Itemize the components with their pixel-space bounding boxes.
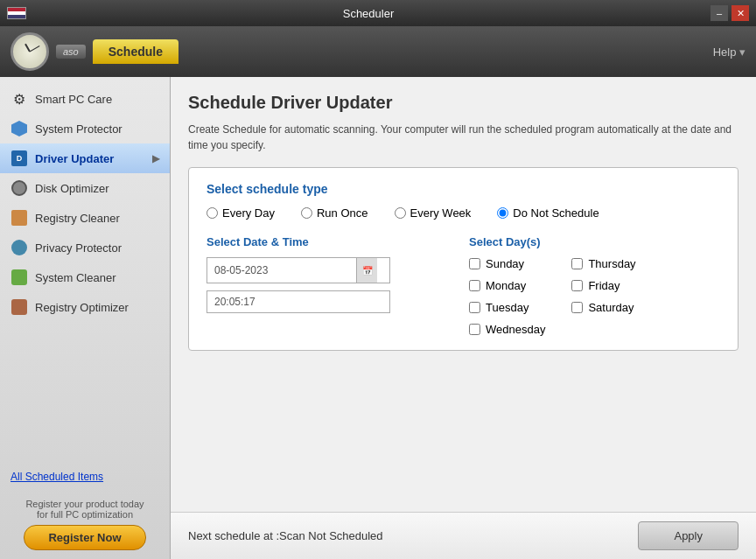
sidebar-label-system-cleaner: System Cleaner bbox=[35, 271, 116, 284]
sidebar: ⚙ Smart PC Care System Protector D Drive… bbox=[0, 77, 171, 559]
schedule-tab[interactable]: Schedule bbox=[93, 39, 178, 64]
radio-every-week-input[interactable] bbox=[395, 207, 406, 219]
checkbox-col-left: Sunday Monday Tuesday bbox=[469, 257, 545, 336]
sidebar-label-system-protector: System Protector bbox=[35, 122, 122, 136]
time-input[interactable] bbox=[206, 290, 390, 313]
checkbox-tuesday-label: Tuesday bbox=[486, 301, 528, 314]
radio-do-not-schedule-label: Do Not Schedule bbox=[513, 206, 598, 220]
sidebar-item-system-cleaner[interactable]: System Cleaner bbox=[0, 262, 170, 292]
help-area[interactable]: Help ▾ bbox=[713, 45, 746, 59]
radio-run-once[interactable]: Run Once bbox=[301, 206, 368, 220]
date-time-section: Select Date & Time 📅 bbox=[206, 235, 443, 336]
next-schedule-text: Next schedule at :Scan Not Scheduled bbox=[188, 529, 383, 542]
radio-run-once-input[interactable] bbox=[301, 207, 312, 219]
cleaner-icon bbox=[10, 269, 28, 286]
checkbox-tuesday-input[interactable] bbox=[469, 302, 480, 313]
all-scheduled-items-link[interactable]: All Scheduled Items bbox=[0, 464, 170, 490]
registry-icon bbox=[10, 209, 28, 227]
radio-do-not-schedule[interactable]: Do Not Schedule bbox=[497, 206, 598, 220]
sidebar-item-registry-cleaner[interactable]: Registry Cleaner bbox=[0, 203, 170, 233]
checkbox-wednesday[interactable]: Wednesday bbox=[469, 323, 545, 336]
window-controls: – ✕ bbox=[710, 5, 749, 21]
sidebar-item-privacy-protector[interactable]: Privacy Protector bbox=[0, 233, 170, 262]
checkbox-thursday-input[interactable] bbox=[571, 258, 583, 269]
page-title: Schedule Driver Updater bbox=[188, 93, 738, 113]
checkbox-monday-label: Monday bbox=[486, 279, 526, 292]
help-arrow-icon: ▾ bbox=[739, 45, 746, 59]
title-bar: Scheduler – ✕ bbox=[0, 0, 756, 26]
checkbox-wednesday-input[interactable] bbox=[469, 324, 480, 335]
close-button[interactable]: ✕ bbox=[732, 5, 749, 21]
content-inner: Schedule Driver Updater Create Schedule … bbox=[171, 77, 756, 512]
checkbox-friday-input[interactable] bbox=[571, 280, 583, 291]
radio-group: Every Day Run Once Every Week Do Not Sch… bbox=[206, 206, 720, 220]
days-section: Select Day(s) Sunday Monday bbox=[469, 235, 720, 336]
sidebar-item-registry-optimizer[interactable]: Registry Optimizer bbox=[0, 292, 170, 322]
clock-icon bbox=[10, 32, 49, 71]
sidebar-item-disk-optimizer[interactable]: Disk Optimizer bbox=[0, 173, 170, 203]
sidebar-arrow-icon: ▶ bbox=[152, 153, 159, 164]
radio-run-once-label: Run Once bbox=[317, 206, 368, 220]
date-input-wrap: 📅 bbox=[206, 257, 390, 283]
checkbox-friday-label: Friday bbox=[588, 279, 620, 292]
sidebar-label-privacy-protector: Privacy Protector bbox=[35, 241, 122, 255]
sidebar-item-driver-updater[interactable]: D Driver Updater ▶ bbox=[0, 143, 170, 173]
checkbox-tuesday[interactable]: Tuesday bbox=[469, 301, 545, 314]
content-area: Schedule Driver Updater Create Schedule … bbox=[171, 77, 756, 559]
checkbox-thursday[interactable]: Thursday bbox=[571, 257, 635, 270]
register-text1: Register your product today bbox=[10, 499, 159, 509]
schedule-type-label: Select schedule type bbox=[206, 182, 720, 196]
register-now-button[interactable]: Register Now bbox=[24, 525, 146, 550]
radio-every-day-input[interactable] bbox=[206, 207, 218, 219]
page-description: Create Schedule for automatic scanning. … bbox=[188, 122, 738, 153]
checkbox-sunday-label: Sunday bbox=[486, 257, 524, 270]
aso-badge: aso bbox=[56, 45, 86, 59]
main-layout: ⚙ Smart PC Care System Protector D Drive… bbox=[0, 77, 756, 559]
sidebar-label-registry-cleaner: Registry Cleaner bbox=[35, 212, 120, 225]
radio-every-day-label: Every Day bbox=[222, 206, 275, 220]
radio-every-day[interactable]: Every Day bbox=[206, 206, 275, 220]
date-days-layout: Select Date & Time 📅 Select Day(s) bbox=[206, 235, 720, 336]
radio-every-week-label: Every Week bbox=[410, 206, 472, 220]
logo-area: aso Schedule bbox=[10, 32, 178, 71]
schedule-card: Select schedule type Every Day Run Once … bbox=[188, 167, 738, 351]
checkbox-friday[interactable]: Friday bbox=[571, 279, 635, 292]
sidebar-item-system-protector[interactable]: System Protector bbox=[0, 114, 170, 143]
register-section: Register your product today for full PC … bbox=[0, 490, 170, 559]
sidebar-label-smart-pc-care: Smart PC Care bbox=[35, 93, 112, 106]
apply-button[interactable]: Apply bbox=[638, 521, 738, 550]
checkbox-saturday[interactable]: Saturday bbox=[571, 301, 635, 314]
calendar-button[interactable]: 📅 bbox=[356, 258, 377, 283]
checkbox-monday-input[interactable] bbox=[469, 280, 480, 291]
checkbox-wednesday-label: Wednesday bbox=[486, 323, 545, 336]
clock-face bbox=[14, 36, 46, 67]
checkbox-columns: Sunday Monday Tuesday bbox=[469, 257, 720, 336]
privacy-icon bbox=[10, 239, 28, 256]
checkbox-sunday-input[interactable] bbox=[469, 258, 480, 269]
checkbox-thursday-label: Thursday bbox=[588, 257, 635, 270]
clock-hand-min bbox=[30, 45, 40, 52]
optimizer-icon bbox=[10, 298, 28, 316]
checkbox-saturday-label: Saturday bbox=[588, 301, 634, 314]
status-bar: Next schedule at :Scan Not Scheduled App… bbox=[171, 512, 756, 559]
checkbox-saturday-input[interactable] bbox=[571, 302, 583, 313]
driver-icon: D bbox=[10, 150, 28, 167]
checkbox-monday[interactable]: Monday bbox=[469, 279, 545, 292]
radio-do-not-schedule-input[interactable] bbox=[497, 207, 508, 219]
sidebar-label-registry-optimizer: Registry Optimizer bbox=[35, 301, 129, 314]
date-input[interactable] bbox=[207, 260, 356, 281]
checkbox-sunday[interactable]: Sunday bbox=[469, 257, 545, 270]
select-days-label: Select Day(s) bbox=[469, 235, 720, 248]
radio-every-week[interactable]: Every Week bbox=[395, 206, 472, 220]
register-text2: for full PC optimization bbox=[10, 509, 159, 520]
minimize-button[interactable]: – bbox=[710, 5, 728, 21]
sidebar-item-smart-pc-care[interactable]: ⚙ Smart PC Care bbox=[0, 84, 170, 114]
disk-icon bbox=[10, 179, 28, 197]
shield-icon bbox=[10, 120, 28, 137]
checkbox-col-right: Thursday Friday Saturday bbox=[571, 257, 635, 336]
sidebar-label-driver-updater: Driver Updater bbox=[35, 152, 114, 165]
window-title: Scheduler bbox=[26, 7, 710, 20]
help-link[interactable]: Help bbox=[713, 45, 737, 59]
sidebar-spacer bbox=[0, 322, 170, 464]
sidebar-label-disk-optimizer: Disk Optimizer bbox=[35, 182, 109, 195]
